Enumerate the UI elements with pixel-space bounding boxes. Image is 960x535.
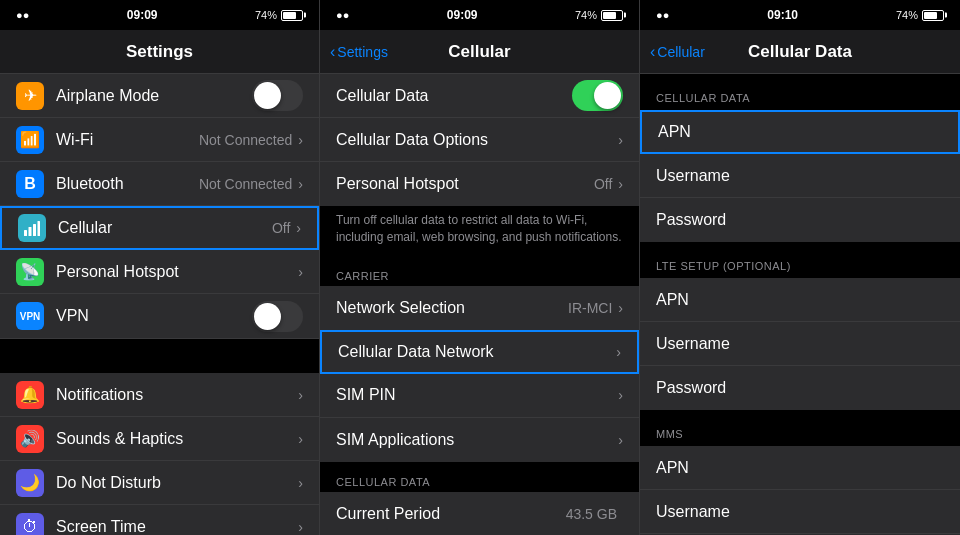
carrier-section-header: CARRIER bbox=[320, 256, 639, 286]
settings-item-donotdisturb[interactable]: 🌙 Do Not Disturb › bbox=[0, 461, 319, 505]
password2-label: Password bbox=[656, 379, 766, 397]
password2-row[interactable]: Password bbox=[640, 366, 960, 410]
wifi-value: Not Connected bbox=[199, 132, 292, 148]
battery-icon-3 bbox=[922, 10, 944, 21]
status-bar-2: ●● 09:09 74% bbox=[320, 0, 639, 30]
signal-bars-1: ●● bbox=[16, 9, 29, 21]
airplane-label: Airplane Mode bbox=[56, 87, 252, 105]
cellular-data-list[interactable]: CELLULAR DATA APN Username Password LTE … bbox=[640, 74, 960, 535]
settings-item-vpn[interactable]: VPN VPN bbox=[0, 294, 319, 338]
cellular-data-label: Cellular Data bbox=[336, 87, 572, 105]
settings-list-1[interactable]: ✈ Airplane Mode 📶 Wi-Fi Not Connected › … bbox=[0, 74, 319, 535]
signal-indicator-2: ●● bbox=[336, 9, 349, 21]
battery-area-1: 74% bbox=[255, 9, 303, 21]
back-button-3[interactable]: ‹ Cellular bbox=[650, 43, 705, 61]
sim-pin-label: SIM PIN bbox=[336, 386, 618, 404]
sim-applications-label: SIM Applications bbox=[336, 431, 618, 449]
sounds-label: Sounds & Haptics bbox=[56, 430, 298, 448]
battery-icon-2 bbox=[601, 10, 623, 21]
nav-bar-2: ‹ Settings Cellular bbox=[320, 30, 639, 74]
sim-applications-item[interactable]: SIM Applications › bbox=[320, 418, 639, 462]
current-period-item[interactable]: Current Period 43.5 GB bbox=[320, 492, 639, 535]
personal-hotspot-label: Personal Hotspot bbox=[336, 175, 594, 193]
cellular-top-group: Cellular Data Cellular Data Options › Pe… bbox=[320, 74, 639, 206]
apn1-row[interactable]: APN bbox=[640, 110, 960, 154]
lte-setup-section-label: LTE SETUP (OPTIONAL) bbox=[640, 242, 960, 278]
time-2: 09:09 bbox=[447, 8, 478, 22]
username3-row[interactable]: Username bbox=[640, 490, 960, 534]
battery-fill-1 bbox=[283, 12, 296, 19]
cellular-data-options-label: Cellular Data Options bbox=[336, 131, 618, 149]
hotspot-label: Personal Hotspot bbox=[56, 263, 298, 281]
signal-bars-3: ●● bbox=[656, 9, 669, 21]
sim-applications-chevron: › bbox=[618, 432, 623, 448]
airplane-toggle[interactable] bbox=[252, 80, 303, 111]
settings-item-notifications[interactable]: 🔔 Notifications › bbox=[0, 373, 319, 417]
cellular-data-toggle[interactable] bbox=[572, 80, 623, 111]
settings-item-wifi[interactable]: 📶 Wi-Fi Not Connected › bbox=[0, 118, 319, 162]
sim-pin-item[interactable]: SIM PIN › bbox=[320, 374, 639, 418]
cellular-data-network-chevron: › bbox=[616, 344, 621, 360]
apn1-label: APN bbox=[658, 123, 768, 141]
vpn-label: VPN bbox=[56, 307, 252, 325]
settings-item-hotspot[interactable]: 📡 Personal Hotspot › bbox=[0, 250, 319, 294]
nav-bar-3: ‹ Cellular Cellular Data bbox=[640, 30, 960, 74]
username2-row[interactable]: Username bbox=[640, 322, 960, 366]
username1-row[interactable]: Username bbox=[640, 154, 960, 198]
cellular-value: Off bbox=[272, 220, 290, 236]
cellular-icon-svg bbox=[24, 220, 40, 236]
wifi-chevron: › bbox=[298, 132, 303, 148]
battery-icon-1 bbox=[281, 10, 303, 21]
sounds-icon: 🔊 bbox=[16, 425, 44, 453]
cellular-data-options-item[interactable]: Cellular Data Options › bbox=[320, 118, 639, 162]
status-bar-3: ●● 09:10 74% bbox=[640, 0, 960, 30]
battery-area-2: 74% bbox=[575, 9, 623, 21]
apn2-row[interactable]: APN bbox=[640, 278, 960, 322]
time-3: 09:10 bbox=[767, 8, 798, 22]
bluetooth-chevron: › bbox=[298, 176, 303, 192]
cellular-data-item[interactable]: Cellular Data bbox=[320, 74, 639, 118]
settings-item-sounds[interactable]: 🔊 Sounds & Haptics › bbox=[0, 417, 319, 461]
battery-fill-3 bbox=[924, 12, 937, 19]
nav-bar-1: Settings bbox=[0, 30, 319, 74]
settings-item-airplane[interactable]: ✈ Airplane Mode bbox=[0, 74, 319, 118]
battery-fill-2 bbox=[603, 12, 616, 19]
separator-1 bbox=[0, 338, 319, 373]
settings-item-cellular[interactable]: Cellular Off › bbox=[0, 206, 319, 250]
airplane-icon: ✈ bbox=[16, 82, 44, 110]
settings-item-bluetooth[interactable]: B Bluetooth Not Connected › bbox=[0, 162, 319, 206]
cellular-list[interactable]: Cellular Data Cellular Data Options › Pe… bbox=[320, 74, 639, 535]
cellular-data-group: Current Period 43.5 GB bbox=[320, 492, 639, 535]
lte-setup-inputs: APN Username Password bbox=[640, 278, 960, 410]
sim-pin-chevron: › bbox=[618, 387, 623, 403]
apn3-label: APN bbox=[656, 459, 766, 477]
cellular-data-network-item[interactable]: Cellular Data Network › bbox=[320, 330, 639, 374]
nav-title-3: Cellular Data bbox=[748, 42, 852, 62]
donotdisturb-chevron: › bbox=[298, 475, 303, 491]
nav-title-2: Cellular bbox=[448, 42, 510, 62]
username2-label: Username bbox=[656, 335, 766, 353]
settings-item-screentime[interactable]: ⏱ Screen Time › bbox=[0, 505, 319, 535]
signal-bars-2: ●● bbox=[336, 9, 349, 21]
apn2-label: APN bbox=[656, 291, 766, 309]
network-selection-item[interactable]: Network Selection IR-MCI › bbox=[320, 286, 639, 330]
cellular-chevron: › bbox=[296, 220, 301, 236]
apn3-row[interactable]: APN bbox=[640, 446, 960, 490]
group-connectivity: ✈ Airplane Mode 📶 Wi-Fi Not Connected › … bbox=[0, 74, 319, 338]
sim-group: SIM PIN › SIM Applications › bbox=[320, 374, 639, 462]
password1-row[interactable]: Password bbox=[640, 198, 960, 242]
vpn-toggle[interactable] bbox=[252, 301, 303, 332]
vpn-icon: VPN bbox=[16, 302, 44, 330]
network-selection-chevron: › bbox=[618, 300, 623, 316]
sounds-chevron: › bbox=[298, 431, 303, 447]
personal-hotspot-item[interactable]: Personal Hotspot Off › bbox=[320, 162, 639, 206]
svg-rect-2 bbox=[33, 224, 36, 236]
carrier-group: Network Selection IR-MCI › bbox=[320, 286, 639, 330]
cellular-data-panel: ●● 09:10 74% ‹ Cellular Cellular Data CE… bbox=[640, 0, 960, 535]
back-button-2[interactable]: ‹ Settings bbox=[330, 43, 388, 61]
battery-percent-2: 74% bbox=[575, 9, 597, 21]
cellular-icon bbox=[18, 214, 46, 242]
back-chevron-2: ‹ bbox=[330, 43, 335, 61]
group-notifications: 🔔 Notifications › 🔊 Sounds & Haptics › 🌙… bbox=[0, 373, 319, 535]
wifi-label: Wi-Fi bbox=[56, 131, 199, 149]
